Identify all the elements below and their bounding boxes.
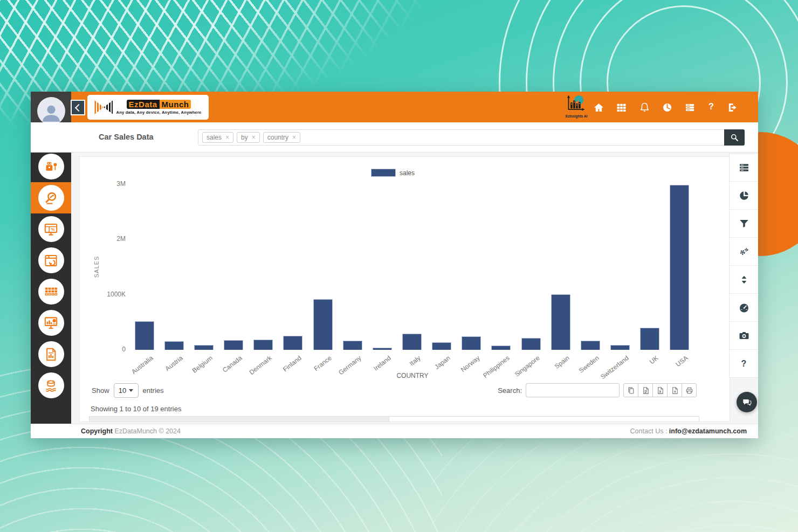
table-search-label: Search: bbox=[498, 386, 522, 395]
sidebar-collapse-button[interactable] bbox=[71, 100, 85, 115]
rail-dashboard-button[interactable] bbox=[730, 294, 758, 322]
avatar[interactable] bbox=[37, 97, 65, 125]
tag-remove-icon[interactable]: × bbox=[225, 134, 229, 141]
chat-bubbles-icon bbox=[742, 398, 752, 407]
app-header: EzDataMunch Any data, Any device, Anytim… bbox=[71, 92, 758, 122]
bar-usa[interactable] bbox=[670, 185, 689, 350]
legend-swatch bbox=[371, 169, 396, 177]
bar-denmark[interactable] bbox=[253, 340, 273, 350]
bar-belgium[interactable] bbox=[194, 345, 214, 350]
data-lake-icon bbox=[44, 378, 58, 393]
nav-apps-button[interactable] bbox=[616, 102, 627, 113]
rail-settings-button[interactable] bbox=[730, 238, 758, 266]
query-tag[interactable]: by× bbox=[237, 132, 260, 143]
print-icon bbox=[685, 386, 693, 395]
bar-switzerland[interactable] bbox=[610, 345, 630, 350]
nav-help-button[interactable]: ? bbox=[708, 102, 714, 112]
search-icon bbox=[730, 133, 739, 142]
bar-finland[interactable] bbox=[283, 336, 302, 350]
query-search-button[interactable] bbox=[724, 129, 745, 146]
sidebar-item-chart-report[interactable] bbox=[31, 338, 71, 370]
sidebar-item-window-workflow[interactable] bbox=[31, 245, 71, 276]
sidebar-item-search-analytics[interactable] bbox=[31, 182, 71, 213]
rail-help-button[interactable]: ? bbox=[730, 350, 758, 377]
y-tick-label: 1000K bbox=[80, 291, 126, 298]
data-grid-icon bbox=[44, 285, 58, 299]
chart-card: sales SALES 01000K2M3M AustraliaAustriaB… bbox=[79, 156, 730, 422]
bar-canada[interactable] bbox=[224, 340, 243, 350]
nav-server-button[interactable] bbox=[684, 102, 695, 113]
sidebar-item-data-robot[interactable] bbox=[31, 151, 71, 182]
chart-report-icon bbox=[44, 347, 58, 362]
bar-sweden[interactable] bbox=[581, 341, 600, 350]
copy-icon bbox=[627, 386, 635, 395]
nav-home-button[interactable] bbox=[593, 102, 604, 113]
data-robot-icon bbox=[44, 160, 58, 174]
bar-norway[interactable] bbox=[462, 336, 481, 350]
export-pdf-button[interactable] bbox=[667, 383, 682, 397]
rail-camera-button[interactable] bbox=[730, 322, 758, 350]
bar-spain[interactable] bbox=[551, 294, 570, 350]
sidebar-item-data-lake[interactable] bbox=[31, 370, 71, 401]
pdf-file-icon bbox=[671, 386, 679, 395]
tag-remove-icon[interactable]: × bbox=[292, 134, 296, 141]
app-window: Demo User Power User % bbox=[31, 92, 758, 438]
nav-clock-button[interactable] bbox=[662, 102, 672, 113]
bar-ireland[interactable] bbox=[373, 348, 392, 350]
bar-italy[interactable] bbox=[402, 334, 422, 350]
brand-text: EzDataMunch Any data, Any device, Anytim… bbox=[116, 100, 201, 115]
rail-pie-chart-button[interactable] bbox=[730, 182, 758, 210]
table-info-text: Showing 1 to 10 of 19 entries bbox=[91, 405, 181, 413]
sidebar-item-report-monitor[interactable]: % bbox=[31, 213, 71, 245]
table-search-controls: Search: bbox=[498, 383, 697, 397]
search-analytics-icon bbox=[44, 191, 58, 205]
rail-menu-button[interactable] bbox=[730, 154, 758, 182]
bar-australia[interactable] bbox=[135, 321, 154, 350]
query-input[interactable] bbox=[300, 134, 724, 142]
logout-icon bbox=[727, 102, 738, 113]
table-header-cell bbox=[389, 416, 699, 422]
menu-list-icon bbox=[739, 162, 749, 173]
page-size-select[interactable]: 10 bbox=[114, 383, 139, 398]
export-copy-button[interactable] bbox=[623, 383, 638, 397]
rail-filter-button[interactable] bbox=[730, 210, 758, 238]
window-workflow-icon bbox=[44, 253, 58, 268]
query-tag-label: sales bbox=[207, 134, 222, 141]
right-tool-rail: ? bbox=[729, 153, 758, 378]
bar-uk[interactable] bbox=[640, 328, 659, 350]
query-tag[interactable]: country× bbox=[263, 132, 300, 143]
export-excel-button[interactable] bbox=[652, 383, 668, 397]
export-csv-button[interactable] bbox=[638, 383, 653, 397]
chevron-down-icon bbox=[129, 389, 133, 392]
toolbar: Car Sales Data sales× by× country× bbox=[31, 122, 758, 153]
bar-france[interactable] bbox=[313, 299, 333, 350]
bar-austria[interactable] bbox=[164, 341, 184, 350]
nav-notifications-button[interactable] bbox=[639, 102, 650, 113]
chevron-left-icon bbox=[75, 103, 82, 111]
pie-chart-icon bbox=[739, 190, 749, 201]
bar-singapore[interactable] bbox=[521, 338, 541, 350]
window-footer: Copyright EzDataMunch © 2024 Contact Us … bbox=[31, 424, 758, 438]
bar-japan[interactable] bbox=[432, 342, 451, 350]
query-tag[interactable]: sales× bbox=[202, 132, 233, 143]
sidebar-item-data-grid[interactable] bbox=[31, 276, 71, 307]
rail-sort-button[interactable] bbox=[730, 266, 758, 294]
bar-philippines[interactable] bbox=[491, 346, 511, 350]
insights-logo-icon bbox=[566, 93, 587, 114]
page-size-controls: Show 10 entries bbox=[92, 383, 164, 397]
chart-legend[interactable]: sales bbox=[371, 169, 415, 177]
settings-gears-icon bbox=[739, 246, 749, 257]
sidebar-item-dashboard-monitor[interactable] bbox=[31, 307, 71, 338]
nav-logout-button[interactable] bbox=[727, 102, 738, 113]
bar-germany[interactable] bbox=[343, 341, 362, 350]
page-title: Car Sales Data bbox=[99, 133, 154, 141]
tag-remove-icon[interactable]: × bbox=[252, 134, 256, 141]
copyright-rest: EzDataMunch © 2024 bbox=[113, 427, 181, 435]
chat-fab-button[interactable] bbox=[737, 392, 757, 412]
brand-logo[interactable]: EzDataMunch Any data, Any device, Anytim… bbox=[87, 95, 209, 120]
insights-logo[interactable]: EzInsights AI bbox=[562, 93, 590, 121]
export-print-button[interactable] bbox=[682, 383, 697, 397]
table-search-input[interactable] bbox=[526, 383, 620, 397]
report-monitor-icon: % bbox=[44, 222, 58, 237]
query-bar[interactable]: sales× by× country× bbox=[198, 129, 745, 146]
